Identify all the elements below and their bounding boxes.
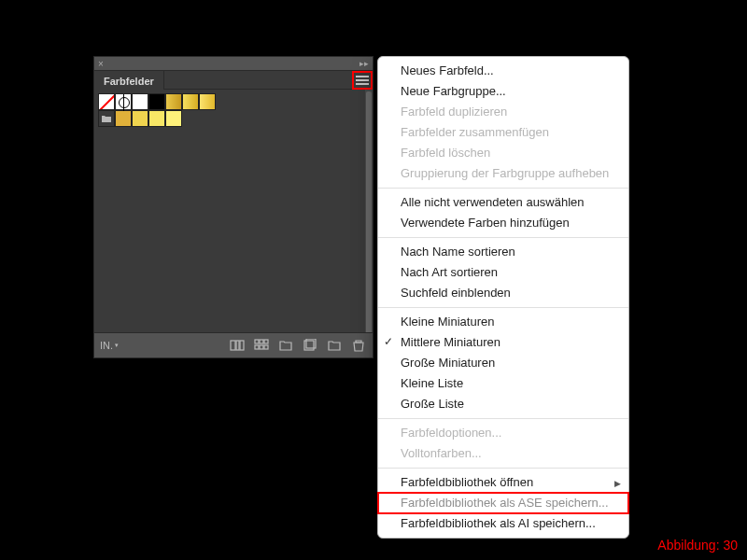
menu-item-delete: Farbfeld löschen	[378, 143, 628, 163]
scrollbar-thumb[interactable]	[366, 91, 372, 332]
menu-item-new_swatch[interactable]: Neues Farbfeld...	[378, 61, 628, 81]
svg-rect-0	[231, 341, 235, 350]
folder-icon	[101, 114, 112, 123]
menu-item-spot: Volltonfarben...	[378, 443, 628, 464]
panel-tab-row: Farbfelder	[94, 71, 373, 90]
swatch-row-2	[98, 110, 369, 127]
new-swatch-icon[interactable]	[302, 338, 318, 353]
menu-item-merge: Farbfelder zusammenfügen	[378, 122, 628, 143]
swatch-area	[94, 90, 373, 332]
svg-rect-2	[240, 341, 244, 350]
panel-footer: IN. ▾	[94, 332, 373, 357]
show-kinds-icon[interactable]	[229, 338, 246, 353]
menu-item-large_thumb[interactable]: Große Miniaturen	[378, 353, 628, 373]
swatch-gradient-2[interactable]	[182, 93, 199, 110]
swatch-gradient-3[interactable]	[199, 93, 216, 110]
library-menu-button[interactable]: IN. ▾	[100, 340, 119, 351]
svg-rect-3	[255, 340, 259, 343]
svg-rect-5	[264, 340, 268, 343]
swatch-group-folder[interactable]	[98, 110, 115, 127]
menu-item-ungroup: Gruppierung der Farbgruppe aufheben	[378, 163, 628, 184]
figure-caption: Abbildung: 30	[657, 538, 738, 553]
svg-rect-4	[260, 340, 263, 343]
tab-spacer	[164, 71, 352, 90]
svg-rect-8	[264, 345, 268, 349]
swatches-tab[interactable]: Farbfelder	[94, 71, 164, 90]
swatch-none[interactable]	[98, 93, 115, 110]
close-icon[interactable]: ×	[98, 59, 104, 69]
menu-item-add_used[interactable]: Verwendete Farben hinzufügen	[378, 213, 628, 233]
menu-separator	[378, 188, 628, 189]
hamburger-icon	[356, 76, 369, 85]
swatch-yellow-4[interactable]	[165, 110, 182, 127]
menu-item-small_thumb[interactable]: Kleine Miniaturen	[378, 312, 628, 332]
menu-item-small_list[interactable]: Kleine Liste	[378, 373, 628, 394]
svg-rect-7	[260, 345, 263, 349]
menu-item-select_unused[interactable]: Alle nicht verwendeten auswählen	[378, 192, 628, 213]
chevron-down-icon: ▾	[115, 342, 119, 349]
menu-separator	[378, 307, 628, 308]
panel-header: × ▸▸	[94, 57, 373, 71]
menu-item-show_search[interactable]: Suchfeld einblenden	[378, 283, 628, 303]
swatches-panel: × ▸▸ Farbfelder	[93, 56, 374, 358]
menu-separator	[378, 468, 628, 469]
svg-rect-1	[236, 341, 239, 350]
panel-menu-button[interactable]	[352, 71, 373, 90]
menu-item-save_ai[interactable]: Farbfeldbibliothek als AI speichern...	[378, 513, 628, 534]
new-group-icon[interactable]	[326, 338, 343, 353]
swatch-row-1	[98, 93, 369, 110]
menu-item-large_list[interactable]: Große Liste	[378, 394, 628, 414]
menu-separator	[378, 418, 628, 419]
swatch-yellow-1[interactable]	[115, 110, 132, 127]
menu-item-open_lib[interactable]: Farbfeldbibliothek öffnen	[378, 472, 628, 493]
swatch-yellow-2[interactable]	[132, 110, 148, 127]
swatches-flyout-menu: Neues Farbfeld...Neue Farbgruppe...Farbf…	[377, 56, 629, 539]
swatch-white[interactable]	[132, 93, 148, 110]
menu-item-save_ase[interactable]: Farbfeldbibliothek als ASE speichern...	[378, 493, 628, 513]
swatch-options-icon[interactable]	[253, 338, 270, 353]
menu-item-new_group[interactable]: Neue Farbgruppe...	[378, 81, 628, 102]
menu-item-sort_kind[interactable]: Nach Art sortieren	[378, 262, 628, 283]
menu-item-med_thumb[interactable]: Mittlere Miniaturen	[378, 332, 628, 353]
swatch-black[interactable]	[148, 93, 165, 110]
svg-rect-6	[255, 345, 259, 349]
color-group-icon[interactable]	[277, 338, 294, 353]
menu-item-dup_swatch: Farbfeld duplizieren	[378, 102, 628, 122]
menu-separator	[378, 237, 628, 238]
collapse-icon[interactable]: ▸▸	[359, 59, 369, 68]
swatch-scrollbar[interactable]	[365, 90, 373, 332]
menu-item-sort_name[interactable]: Nach Name sortieren	[378, 242, 628, 262]
swatch-registration[interactable]	[115, 93, 132, 110]
delete-icon[interactable]	[350, 338, 367, 353]
menu-item-swatch_opts: Farbfeldoptionen...	[378, 423, 628, 443]
swatch-yellow-3[interactable]	[148, 110, 165, 127]
swatch-gradient-1[interactable]	[165, 93, 182, 110]
library-label: IN.	[100, 340, 113, 351]
